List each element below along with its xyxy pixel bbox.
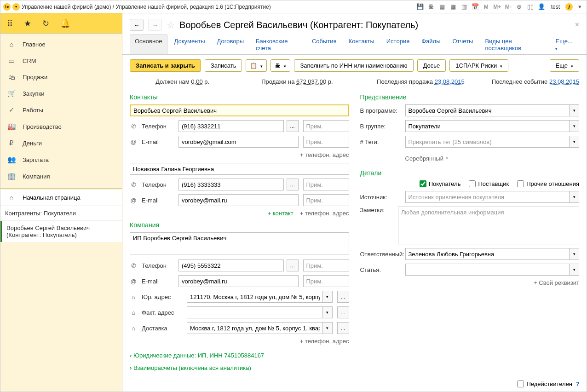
settlements-collapse[interactable]: Взаиморасчеты (включена вся аналитика) [130,362,349,374]
sidebar-item-work[interactable]: ✓Работы [0,102,122,118]
tab-main[interactable]: Основное [130,35,167,54]
more-button[interactable]: Еще [550,59,579,72]
fact-address-input[interactable] [187,306,322,318]
tab-contracts[interactable]: Договоры [212,35,249,54]
tab-files[interactable]: Файлы [416,35,445,54]
add-phone-address-link[interactable]: + телефон, адрес [300,151,349,158]
forward-button[interactable]: → [148,19,162,31]
print-icon[interactable]: 🖶 [427,3,435,11]
zoom-icon[interactable]: ⊕ [515,3,524,11]
contact2-name-input[interactable] [130,163,349,175]
info-last-sale[interactable]: Последняя продажа 23.08.2015 [359,78,465,85]
address-menu-button[interactable]: … [337,306,349,318]
help-icon[interactable]: ? [576,380,580,387]
phone-menu-button[interactable]: … [287,120,299,132]
tab-reports[interactable]: Отчеты [448,35,478,54]
sidebar-item-company[interactable]: 🏢Компания [0,168,122,184]
contact1-email-input[interactable] [178,136,299,148]
tab-documents[interactable]: Документы [169,35,210,54]
sidebar-item-main[interactable]: ⌂Главное [0,36,122,52]
sidebar-item-purchases[interactable]: 🛒Закупки [0,85,122,102]
dropdown-icon[interactable]: ▾ [569,120,579,132]
article-input[interactable] [405,264,570,276]
info-icon[interactable]: i [565,3,573,11]
add-contact-link[interactable]: + контакт [267,210,293,217]
dropdown-icon[interactable]: ▾ [322,322,333,334]
dropdown-icon[interactable]: ▾ [569,136,579,148]
contact2-email-note[interactable] [303,194,349,206]
compare-icon[interactable]: ▦ [449,3,457,11]
titlebar-dropdown-icon[interactable]: ▾ [575,3,584,11]
calendar-icon[interactable]: 📅 [471,3,479,11]
sidebar-current-page[interactable]: Воробьев Сергей Васильевич (Контрагент: … [0,221,122,242]
tab-history[interactable]: История [381,35,414,54]
dropdown-icon[interactable]: ▾ [569,264,579,276]
contact2-phone-note[interactable] [303,179,349,190]
buyer-checkbox[interactable]: Покупатель [420,180,461,187]
copy-button[interactable]: 📋 [246,59,267,72]
company-email-note[interactable] [303,275,349,287]
company-email-input[interactable] [178,275,299,287]
favorite-star-icon[interactable]: ☆ [167,19,175,30]
own-requisite-link[interactable]: + Свой реквизит [534,279,579,286]
tag-remove-icon[interactable]: × [445,155,448,161]
history-icon[interactable]: ↻ [42,18,49,29]
sidebar-home[interactable]: ⌂Начальная страница [0,190,122,206]
source-input[interactable] [405,191,570,203]
other-checkbox[interactable]: Прочие отношения [517,180,579,187]
tab-contacts[interactable]: Контакты [344,35,380,54]
back-button[interactable]: ← [130,19,144,31]
sidebar-item-production[interactable]: 🏭Производство [0,118,122,135]
dropdown-icon[interactable]: ▾ [322,291,333,303]
inactive-checkbox[interactable]: Недействителен [517,380,572,387]
sidebar-breadcrumb[interactable]: Контрагенты: Покупатели [0,206,122,221]
notes-input[interactable] [398,207,579,244]
legal-data-collapse[interactable]: Юридические данные: ИП, ИНН 745105884167 [130,349,349,362]
responsible-input[interactable] [405,248,570,260]
doc-icon[interactable]: ▤ [438,3,446,11]
tab-more[interactable]: Еще... [550,35,579,54]
spark-button[interactable]: 1СПАРК Риски [449,59,508,72]
m-plus-icon[interactable]: M+ [493,3,501,11]
add-phone-address-link[interactable]: + телефон, адрес [300,210,349,217]
company-phone-note[interactable] [303,259,349,271]
username[interactable]: test [548,4,563,10]
add-phone-address-link[interactable]: + телефон, адрес [300,338,349,345]
supplier-checkbox[interactable]: Поставщик [469,180,509,187]
app-menu-dropdown[interactable]: ▾ [12,3,20,11]
company-name-input[interactable]: ИП Воробьев Сергей Васильевич [130,232,349,254]
fill-inn-button[interactable]: Заполнить по ИНН или наименованию [294,59,413,72]
print-button[interactable]: 🖶 [270,59,290,72]
address-menu-button[interactable]: … [337,291,349,303]
phone-menu-button[interactable]: … [287,259,299,271]
apps-icon[interactable]: ⠿ [7,18,13,29]
dropdown-icon[interactable]: ▾ [569,248,579,260]
sidebar-item-crm[interactable]: ▭CRM [0,52,122,69]
contact2-email-input[interactable] [178,194,299,206]
save-close-button[interactable]: Записать и закрыть [130,59,201,72]
contact1-phone-input[interactable] [178,120,284,132]
dropdown-icon[interactable]: ▾ [569,104,579,116]
legal-address-input[interactable] [187,291,322,303]
contact1-email-note[interactable] [303,136,349,148]
contact1-name-input[interactable] [130,104,349,116]
dossier-button[interactable]: Досье [417,59,446,72]
dropdown-icon[interactable]: ▾ [322,306,333,318]
contact2-phone-input[interactable] [178,179,284,190]
m-icon[interactable]: M [482,3,490,11]
star-icon[interactable]: ★ [24,18,31,29]
save-icon[interactable]: 💾 [416,3,424,11]
group-input[interactable] [405,120,570,132]
bell-icon[interactable]: 🔔 [60,18,70,29]
tab-bank[interactable]: Банковские счета [251,35,305,54]
tags-input[interactable] [405,136,570,148]
contact1-phone-note[interactable] [303,120,349,132]
address-menu-button[interactable]: … [337,322,349,334]
info-last-event[interactable]: Последнее событие 23.08.2015 [474,78,579,85]
save-button[interactable]: Записать [205,59,242,72]
calc-icon[interactable]: ▥ [460,3,468,11]
tab-prices[interactable]: Виды цен поставщиков [480,35,548,54]
tab-events[interactable]: События [307,35,342,54]
delivery-input[interactable] [187,322,322,334]
panels-icon[interactable]: ▯▯ [526,3,535,11]
